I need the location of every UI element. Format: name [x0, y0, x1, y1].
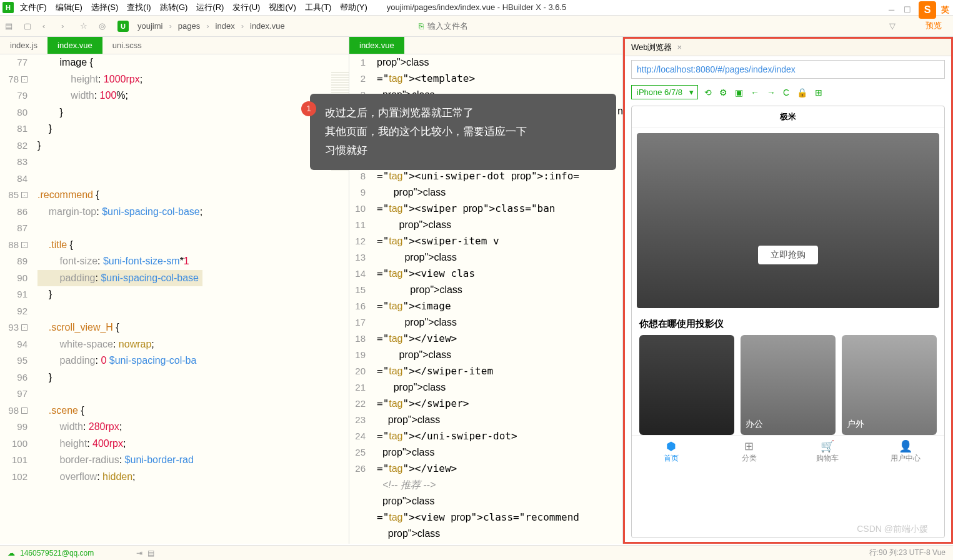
- tab-indexvue[interactable]: index.vue: [47, 37, 102, 54]
- menu-tools[interactable]: 工具(T): [305, 2, 332, 13]
- preview-panel: Web浏览器 × iPhone 6/7/8 ⟲ ⚙ ▣ ← → C 🔒 ⊞ 极米…: [623, 37, 953, 544]
- sogou-ime-icon[interactable]: S: [919, 1, 936, 19]
- file-search-input[interactable]: [427, 21, 540, 31]
- menu-help[interactable]: 帮助(Y): [340, 2, 367, 13]
- gear-icon[interactable]: ⚙: [719, 88, 727, 98]
- crumb-sep: ›: [206, 21, 209, 31]
- tabbar: ⬢首页 ⊞分类 🛒购物车 👤用户中心: [632, 435, 944, 468]
- left-code-area[interactable]: 7778798081828384858687888990919293949596…: [0, 54, 349, 544]
- statusbar: ☁ 1460579521@qq.com ⇥ ▤ 行:90 列:23 UTF-8 …: [0, 545, 953, 560]
- category-icon: ⊞: [710, 439, 788, 453]
- screenshot-icon[interactable]: ▣: [735, 88, 743, 98]
- menu-view[interactable]: 视图(V): [269, 2, 296, 13]
- sync-icon[interactable]: ☁: [7, 549, 15, 558]
- annotation-number: 1: [301, 101, 316, 116]
- file-search: ⎘: [419, 21, 540, 31]
- app-icon: H: [2, 2, 14, 13]
- crumb-2[interactable]: index: [216, 21, 235, 31]
- section-title: 你想在哪使用投影仪: [632, 313, 944, 335]
- annotation-tooltip: 1 改过之后，内置浏览器就正常了 其他页面，我的这个比较小，需要适应一下 习惯就…: [310, 94, 616, 170]
- nav-forward-icon[interactable]: →: [767, 88, 776, 98]
- phone-header: 极米: [632, 106, 944, 128]
- nav-back-icon[interactable]: ←: [751, 88, 759, 98]
- tabbar-user[interactable]: 👤用户中心: [866, 436, 944, 468]
- grid-icon[interactable]: ⊞: [815, 88, 822, 98]
- card-0[interactable]: [639, 335, 734, 435]
- preview-tab-label[interactable]: Web浏览器: [631, 42, 672, 53]
- close-icon[interactable]: ×: [677, 42, 682, 52]
- forward-icon[interactable]: ›: [61, 21, 71, 31]
- phone-frame: 极米 立即抢购 你想在哪使用投影仪 办公 户外 ⬢首页 ⊞分类 🛒购物车 👤用户…: [631, 106, 945, 538]
- tabbar-label: 用户中心: [891, 454, 921, 462]
- left-gutter: 7778798081828384858687888990919293949596…: [0, 54, 31, 485]
- window-title: youjimi/pages/index/index.vue - HBuilder…: [387, 2, 567, 12]
- tab-right-indexvue[interactable]: index.vue: [349, 37, 404, 54]
- tabbar-home[interactable]: ⬢首页: [632, 436, 710, 468]
- home-icon: ⬢: [632, 439, 710, 453]
- crumb-3[interactable]: index.vue: [250, 21, 285, 31]
- menu-publish[interactable]: 发行(U): [232, 2, 260, 13]
- toolbar: ▤ ▢ ‹ › ☆ ◎ U youjimi › pages › index › …: [0, 16, 953, 37]
- card-label: 户外: [842, 414, 869, 435]
- card-label: [639, 425, 649, 435]
- card-label: 办公: [741, 414, 768, 435]
- right-tabs: index.vue: [349, 37, 622, 54]
- tab-indexjs[interactable]: index.js: [0, 37, 47, 54]
- minimize-icon[interactable]: ─: [889, 5, 899, 15]
- preview-tabs: Web浏览器 ×: [625, 39, 951, 56]
- crumb-sep: ›: [241, 21, 244, 31]
- url-bar: [625, 56, 951, 82]
- preview-button[interactable]: 预览: [926, 20, 942, 31]
- tab-uniscss[interactable]: uni.scss: [102, 37, 152, 54]
- folder-icon[interactable]: ▢: [24, 21, 34, 31]
- breadcrumb: youjimi › pages › index › index.vue: [137, 21, 285, 31]
- menubar: H 文件(F) 编辑(E) 选择(S) 查找(I) 跳转(G) 运行(R) 发行…: [0, 0, 953, 16]
- refresh-icon[interactable]: ⟲: [704, 88, 712, 98]
- crumb-badge: U: [117, 21, 129, 32]
- lock-icon[interactable]: 🔒: [797, 88, 807, 98]
- menu-goto[interactable]: 跳转(G): [160, 2, 188, 13]
- window-controls: ─ ☐ S 英: [889, 1, 949, 19]
- menu-file[interactable]: 文件(F): [20, 2, 47, 13]
- menu-run[interactable]: 运行(R): [196, 2, 224, 13]
- star-icon[interactable]: ☆: [80, 21, 90, 31]
- tabbar-label: 购物车: [816, 454, 839, 462]
- tooltip-line3: 习惯就好: [325, 141, 601, 160]
- terminal-icon[interactable]: ▤: [147, 549, 154, 558]
- indent-icon[interactable]: ⇥: [136, 549, 142, 558]
- menu-edit[interactable]: 编辑(E): [56, 2, 82, 13]
- status-email[interactable]: 1460579521@qq.com: [20, 549, 94, 558]
- back-icon[interactable]: ‹: [42, 21, 52, 31]
- filter-icon[interactable]: ▽: [889, 21, 896, 31]
- new-file-icon[interactable]: ⎘: [419, 21, 424, 31]
- explorer-icon[interactable]: ▤: [5, 21, 15, 31]
- lang-indicator[interactable]: 英: [941, 4, 949, 16]
- target-icon[interactable]: ◎: [99, 21, 109, 31]
- user-icon: 👤: [866, 439, 944, 453]
- tabbar-cart[interactable]: 🛒购物车: [788, 436, 866, 468]
- device-row: iPhone 6/7/8 ⟲ ⚙ ▣ ← → C 🔒 ⊞: [625, 82, 951, 102]
- maximize-icon[interactable]: ☐: [904, 5, 914, 15]
- tabbar-label: 首页: [664, 454, 679, 462]
- status-right: 行:90 列:23 UTF-8 Vue: [869, 548, 946, 558]
- url-input[interactable]: [631, 60, 945, 79]
- crumb-0[interactable]: youjimi: [137, 21, 162, 31]
- menu-items: 文件(F) 编辑(E) 选择(S) 查找(I) 跳转(G) 运行(R) 发行(U…: [20, 2, 367, 13]
- left-code[interactable]: image { height: 1000rpx; width: 100%; } …: [37, 54, 202, 485]
- crumb-sep: ›: [169, 21, 171, 31]
- cards-row: 办公 户外: [632, 335, 944, 435]
- menu-find[interactable]: 查找(I): [127, 2, 151, 13]
- card-1[interactable]: 办公: [741, 335, 836, 435]
- menu-select[interactable]: 选择(S): [91, 2, 118, 13]
- banner-image[interactable]: 立即抢购: [637, 133, 939, 308]
- tooltip-line1: 改过之后，内置浏览器就正常了: [325, 104, 601, 122]
- reload-icon[interactable]: C: [783, 88, 789, 98]
- tabbar-category[interactable]: ⊞分类: [710, 436, 788, 468]
- card-2[interactable]: 户外: [842, 335, 937, 435]
- crumb-1[interactable]: pages: [178, 21, 200, 31]
- banner-cta-button[interactable]: 立即抢购: [758, 246, 818, 264]
- tooltip-line2: 其他页面，我的这个比较小，需要适应一下: [325, 122, 601, 141]
- cart-icon: 🛒: [788, 439, 866, 453]
- device-select[interactable]: iPhone 6/7/8: [631, 85, 698, 99]
- left-editor: index.js index.vue uni.scss 777879808182…: [0, 37, 349, 544]
